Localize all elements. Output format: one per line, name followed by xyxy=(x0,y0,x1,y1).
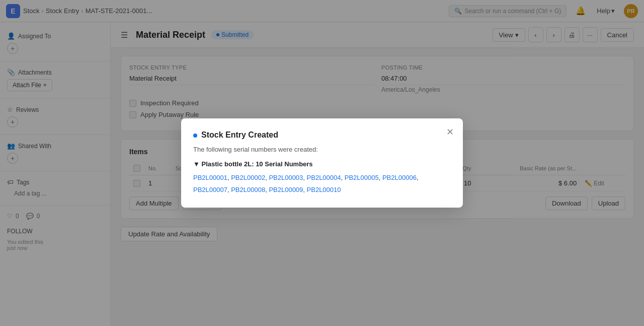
serial-count-label: 10 Serial Numbers xyxy=(256,160,312,168)
serial-link[interactable]: PB2L00001 xyxy=(193,174,227,181)
serial-link[interactable]: PB2L00005 xyxy=(345,174,379,181)
serial-link[interactable]: PB2L00008 xyxy=(231,186,265,193)
modal-serial-numbers: PB2L00001, PB2L00002, PB2L00003, PB2L000… xyxy=(193,172,451,195)
serial-link[interactable]: PB2L00006 xyxy=(382,174,417,181)
serial-link[interactable]: PB2L00010 xyxy=(307,186,341,193)
modal-close-button[interactable]: ✕ xyxy=(445,126,455,138)
modal-subtitle: The following serial numbers were create… xyxy=(193,146,451,153)
serial-link[interactable]: PB2L00004 xyxy=(307,174,341,181)
item-name-label: Plastic bottle 2L: xyxy=(201,160,254,168)
serial-link[interactable]: PB2L00003 xyxy=(269,174,303,181)
expand-icon: ▼ xyxy=(193,160,201,168)
serial-link[interactable]: PB2L00007 xyxy=(193,186,227,193)
serial-link[interactable]: PB2L00002 xyxy=(231,174,265,181)
modal-status-dot xyxy=(193,134,197,138)
modal-title: Stock Entry Created xyxy=(201,131,278,140)
serial-link[interactable]: PB2L00009 xyxy=(269,186,303,193)
modal-section-title: ▼ Plastic bottle 2L: 10 Serial Numbers xyxy=(193,160,451,168)
modal: Stock Entry Created ✕ The following seri… xyxy=(181,118,463,208)
modal-overlay: Stock Entry Created ✕ The following seri… xyxy=(0,0,644,326)
modal-header: Stock Entry Created xyxy=(193,131,451,140)
